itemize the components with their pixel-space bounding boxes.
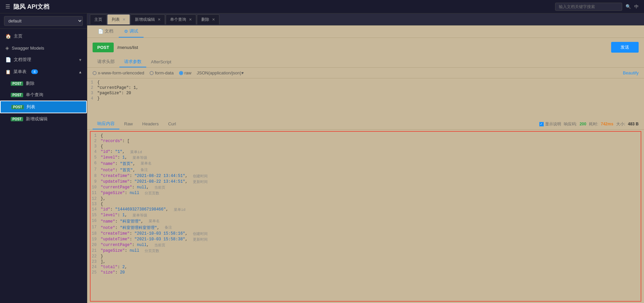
param-tab-params[interactable]: 请求参数: [119, 57, 146, 67]
resp-line-content: {: [101, 202, 103, 206]
resp-line-number: 8: [91, 174, 101, 178]
resp-line-content: "updateTime": "2021-08-22 13:44:51",: [101, 179, 187, 184]
tab-single-query-close[interactable]: ✕: [189, 17, 192, 22]
method-post-badge-4: POST: [11, 117, 23, 121]
resp-line-number: 22: [91, 254, 101, 259]
main-layout: default 🏠 主页 ◈ Swagger Models 📄 文档管理 ▾ 📋…: [0, 13, 644, 303]
param-tab-afterscript[interactable]: AfterScript: [146, 57, 176, 67]
response-meta: 显示说明 响应码: 200 耗时: 742ms 大小: 483 B: [539, 121, 639, 127]
sidebar-item-add-edit[interactable]: POST 新增或编辑: [0, 113, 87, 125]
resp-line-content: "id": "1444693273867198466",: [101, 207, 168, 212]
response-size-value: 483 B: [628, 122, 639, 126]
body-types: x-www-form-urlencoded form-data raw JSON…: [87, 68, 644, 78]
tab-delete-close[interactable]: ✕: [212, 17, 215, 22]
sidebar-item-single-query[interactable]: POST 单个查询: [0, 89, 87, 101]
tab-add-edit-close[interactable]: ✕: [158, 17, 161, 22]
sidebar-item-list[interactable]: POST 列表: [0, 101, 87, 113]
search-input[interactable]: [555, 3, 622, 11]
sidebar-item-swagger[interactable]: ◈ Swagger Models: [0, 42, 87, 54]
body-type-urlencoded[interactable]: x-www-form-urlencoded: [93, 70, 144, 75]
show-desc-checkbox[interactable]: 显示说明: [539, 121, 561, 127]
resp-comment: 菜单名: [141, 161, 152, 166]
resp-line-content: "note": "首页",: [101, 167, 135, 173]
resp-line-number: 9: [91, 179, 101, 184]
tab-delete-label: 删除: [201, 17, 209, 22]
resp-line-number: 21: [91, 248, 101, 253]
resp-line-content: "name": "首页",: [101, 161, 135, 167]
method-post-badge-2: POST: [11, 93, 23, 97]
resp-line-content: "currentPage": null,: [101, 243, 149, 247]
tab-list[interactable]: 列表 ✕: [107, 14, 130, 24]
menu-icon[interactable]: ☰: [5, 3, 10, 10]
resp-comment: 创建时间: [193, 174, 208, 179]
code-line: 3 "pageSize": 20: [87, 90, 644, 96]
debug-icon: ⚙: [124, 29, 128, 34]
response-line: 14 "id": "1444693273867198466",菜单id: [91, 207, 641, 213]
body-type-json[interactable]: JSON(application/json)▾: [197, 70, 244, 75]
line-content: }: [97, 96, 100, 101]
param-tab-headers[interactable]: 请求头部: [93, 57, 119, 67]
tab-add-edit[interactable]: 新增或编辑 ✕: [130, 14, 165, 24]
resp-comment: 菜单名: [149, 219, 160, 224]
radio-urlencoded[interactable]: [93, 71, 97, 75]
sidebar-item-docmgmt[interactable]: 📄 文档管理 ▾: [0, 54, 87, 66]
response-line: 3 {: [91, 144, 641, 149]
response-line: 23 ],: [91, 259, 641, 264]
tab-home[interactable]: 主页: [90, 14, 107, 24]
show-desc-label: 显示说明: [545, 121, 561, 127]
radio-raw[interactable]: [179, 71, 183, 75]
resp-line-number: 15: [91, 213, 101, 218]
response-line: 10 "currentPage": null,当前页: [91, 185, 641, 190]
resp-tab-headers[interactable]: Headers: [138, 119, 163, 129]
response-line: 12 },: [91, 196, 641, 201]
sidebar-item-single-query-label: 单个查询: [26, 92, 43, 98]
tab-list-label: 列表: [112, 17, 120, 22]
resp-tab-curl[interactable]: Curl: [163, 119, 181, 129]
tab-list-close[interactable]: ✕: [122, 17, 125, 22]
sidebar-category-menutable[interactable]: 📋 菜单表 4 ▴: [0, 66, 87, 78]
sidebar: default 🏠 主页 ◈ Swagger Models 📄 文档管理 ▾ 📋…: [0, 13, 87, 303]
body-type-formdata[interactable]: form-data: [150, 70, 174, 75]
body-type-raw[interactable]: raw: [179, 70, 192, 75]
topbar-right: 🔍 中: [555, 3, 639, 11]
resp-tab-raw[interactable]: Raw: [119, 119, 138, 129]
resp-line-number: 12: [91, 196, 101, 201]
code-line: 4}: [87, 96, 644, 101]
response-line: 13 {: [91, 201, 641, 207]
resp-line-number: 20: [91, 243, 101, 247]
tab-single-query[interactable]: 单个查询 ✕: [166, 14, 196, 24]
sidebar-item-home[interactable]: 🏠 主页: [0, 30, 87, 42]
body-type-urlencoded-label: x-www-form-urlencoded: [98, 70, 144, 75]
method-post-badge: POST: [11, 81, 23, 86]
radio-formdata[interactable]: [150, 71, 154, 75]
sub-tab-doc[interactable]: 📄 文档: [93, 25, 119, 38]
response-line: 7 "note": "首页",备注: [91, 167, 641, 173]
response-line: 24 "total": 2,: [91, 264, 641, 270]
response-json: 1{2 "records": [3 {4 "id": "1",菜单id5 "le…: [90, 131, 641, 302]
resp-tab-body[interactable]: 响应内容: [93, 119, 119, 129]
body-type-formdata-label: form-data: [155, 70, 174, 75]
body-type-raw-label: raw: [184, 70, 192, 75]
resp-line-content: "updateTime": "2021-10-03 15:58:38",: [101, 237, 187, 242]
search-icon[interactable]: 🔍: [626, 4, 631, 9]
resp-line-content: "total": 2,: [101, 265, 127, 269]
sidebar-item-swagger-label: Swagger Models: [12, 46, 44, 51]
chevron-up-icon: ▴: [79, 69, 82, 74]
resp-line-content: "level": 1,: [101, 213, 127, 218]
resp-line-number: 23: [91, 259, 101, 264]
lang-button[interactable]: 中: [634, 4, 639, 10]
beautify-button[interactable]: Beautify: [623, 70, 639, 75]
sub-tab-debug[interactable]: ⚙ 调试: [119, 25, 144, 38]
resp-line-number: 4: [91, 149, 101, 154]
response-line: 8 "createTime": "2021-08-22 13:44:51",创建…: [91, 173, 641, 179]
workspace-select[interactable]: default: [4, 16, 83, 26]
sub-tabs: 📄 文档 ⚙ 调试: [87, 25, 644, 38]
code-editor[interactable]: 1{2 "currentPage": 1,3 "pageSize": 204}: [87, 78, 644, 119]
resp-line-number: 3: [91, 144, 101, 149]
resp-line-number: 25: [91, 270, 101, 275]
sidebar-item-delete[interactable]: POST 删除: [0, 78, 87, 89]
resp-line-content: "createTime": "2021-10-03 15:58:16",: [101, 231, 187, 236]
tab-delete[interactable]: 删除 ✕: [197, 14, 219, 24]
checkbox-show-desc[interactable]: [539, 122, 544, 126]
send-button[interactable]: 发送: [611, 42, 639, 53]
